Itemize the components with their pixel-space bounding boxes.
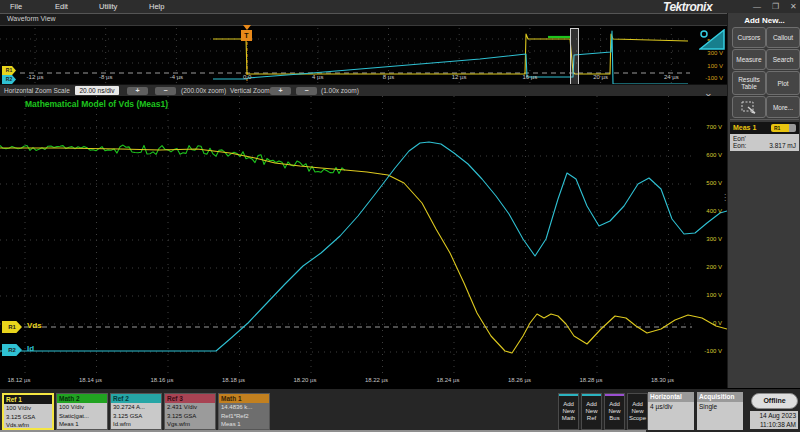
zoom-window-marker[interactable] — [570, 28, 579, 85]
results-table-button[interactable]: Results Table — [732, 71, 766, 95]
add-new-scope-button[interactable]: Add New Scope — [627, 393, 648, 430]
ref-color-stripe — [582, 394, 601, 396]
tektronix-logo: Tektronix — [663, 0, 712, 14]
add-new-bus-button[interactable]: Add New Bus — [604, 393, 625, 430]
overview-x-tick-label: 8 µs — [372, 74, 406, 80]
y-tick-label: 400 V — [696, 208, 722, 214]
ref1-line2: 3.125 GSA — [4, 413, 52, 422]
overview-x-tick-label: -8 µs — [89, 74, 123, 80]
h-zoom-factor: (200.00x zoom) — [181, 87, 226, 94]
y-tick-label: 300 V — [696, 236, 722, 242]
callout-button[interactable]: Callout — [766, 27, 800, 48]
sidebar: Add New... Cursors Callout Measure Searc… — [727, 13, 800, 388]
add-new-math-button[interactable]: Add New Math — [558, 393, 579, 430]
ref1-line3: Vds.wfm — [4, 421, 52, 430]
overview-x-tick-label: 24 µs — [654, 74, 688, 80]
v-zoom-minus-button[interactable]: − — [296, 87, 317, 95]
search-button[interactable]: Search — [766, 49, 800, 70]
tab-bar: Waveform View — [0, 14, 727, 25]
overview-x-tick-label: 16 µs — [513, 74, 547, 80]
math1-badge[interactable]: Math 1 14.4836 k... Ref1*Ref2 Meas 1 — [218, 393, 270, 430]
x-tick-label: 18.24 µs — [428, 377, 468, 383]
y-tick-label: 0 V — [696, 320, 722, 326]
menu-help[interactable]: Help — [149, 2, 164, 11]
math1-line1: 14.4836 k... — [219, 403, 269, 412]
meas1-title: Meas 1 — [733, 124, 756, 131]
math1-line3: Meas 1 — [219, 420, 269, 429]
h-zoom-plus-button[interactable]: + — [127, 87, 148, 95]
y-tick-label: -100 V — [696, 348, 722, 354]
trigger-badge[interactable]: T — [241, 30, 252, 41]
ref3-line3: Vgs.wfm — [165, 420, 215, 429]
meas1-row2: Eon: 3.817 mJ — [733, 142, 796, 149]
overview-x-tick-label: 20 µs — [584, 74, 618, 80]
main-waveform-canvas — [0, 96, 727, 374]
waveform-overview: T R1 R2 -12 µs-8 µs-4 µs0.04 µs8 µs12 µs… — [0, 25, 727, 85]
restore-icon[interactable]: ❐ — [772, 2, 779, 11]
math1-line2: Ref1*Ref2 — [219, 412, 269, 421]
tekscope-window: File Edit Utility Help Tektronix — ❐ ✕ W… — [0, 0, 800, 432]
math1-badge-title: Math 1 — [219, 394, 269, 403]
x-tick-label: 18.22 µs — [357, 377, 397, 383]
overview-v-tick-label: -100 V — [697, 75, 723, 81]
y-tick-label: 100 V — [696, 292, 722, 298]
overview-x-tick-label: -4 µs — [159, 74, 193, 80]
offline-button[interactable]: Offline — [751, 393, 798, 409]
plot-button[interactable]: Plot — [766, 71, 800, 95]
y-tick-label: 600 V — [696, 152, 722, 158]
menu-bar: File Edit Utility Help Tektronix — ❐ ✕ — [0, 0, 800, 14]
menu-utility[interactable]: Utility — [99, 2, 117, 11]
cursors-button[interactable]: Cursors — [732, 27, 766, 48]
more-button[interactable]: More... — [766, 96, 800, 118]
horizontal-title: Horizontal — [648, 392, 694, 402]
ref3-line2: 3.125 GSA — [165, 412, 215, 421]
vds-label: Vds — [27, 321, 42, 330]
plot-title: Mathematical Model of Vds (Meas1) — [25, 99, 168, 109]
menu-file[interactable]: File — [10, 2, 22, 11]
id-label: Id — [27, 344, 34, 353]
math2-badge[interactable]: Math 2 100 V/div Static|gat... Meas 1 — [56, 393, 108, 430]
v-zoom-plus-button[interactable]: + — [270, 87, 291, 95]
ref2-line3: Id.wfm — [111, 420, 161, 429]
ref1-line1: 100 V/div — [4, 404, 52, 413]
add-new-header: Add New... — [728, 16, 800, 25]
ref3-badge-title: Ref 3 — [165, 394, 215, 403]
meas1-row1: Eon' — [733, 135, 796, 142]
time-text: 11:10:38 AM — [750, 420, 796, 429]
y-tick-label: 500 V — [696, 180, 722, 186]
minimize-icon[interactable]: — — [753, 2, 761, 11]
draw-a-box-button[interactable] — [732, 96, 766, 118]
overview-vds-trace — [213, 34, 688, 74]
acquisition-panel[interactable]: Acquisition Single — [697, 392, 743, 430]
meas1-header: Meas 1 R1 — [730, 122, 799, 134]
main-waveform-view: Mathematical Model of Vds (Meas1) 700 V6… — [0, 96, 727, 374]
meas1-body: Eon' Eon: 3.817 mJ — [730, 134, 799, 151]
ref1-badge[interactable]: Ref 1 100 V/div 3.125 GSA Vds.wfm — [2, 393, 54, 430]
date-time-display: 14 Aug 2023 11:10:38 AM — [750, 411, 798, 429]
overview-v-tick-label: 300 V — [697, 50, 723, 56]
meas1-badge[interactable]: Meas 1 R1 Eon' Eon: 3.817 mJ — [730, 122, 799, 151]
horizontal-panel[interactable]: Horizontal 4 µs/div — [648, 392, 694, 430]
ref2-badge-title: Ref 2 — [111, 394, 161, 403]
add-new-ref-button[interactable]: Add New Ref — [581, 393, 602, 430]
ref2-badge[interactable]: Ref 2 30.2724 A... 3.125 GSA Id.wfm — [110, 393, 162, 430]
ref2-line1: 30.2724 A... — [111, 403, 161, 412]
meas1-source-badge: R1 — [771, 124, 796, 132]
horizontal-zoom-scale-value[interactable]: 20.00 ns/div — [75, 86, 119, 95]
bus-color-stripe — [605, 394, 624, 396]
h-zoom-minus-button[interactable]: − — [155, 87, 176, 95]
x-tick-label: 18.30 µs — [643, 377, 683, 383]
close-icon[interactable]: ✕ — [790, 2, 797, 11]
x-tick-label: 18.16 µs — [142, 377, 182, 383]
meas1-row2-label: Eon: — [733, 142, 746, 149]
measure-button[interactable]: Measure — [732, 49, 766, 70]
menu-edit[interactable]: Edit — [55, 2, 68, 11]
meas1-row2-value: 3.817 mJ — [769, 142, 796, 149]
tab-waveform-view[interactable]: Waveform View — [7, 15, 56, 22]
y-tick-label: 200 V — [696, 264, 722, 270]
math2-line2: Static|gat... — [57, 412, 107, 421]
zoom-overview-icon[interactable] — [699, 29, 725, 51]
ref3-badge[interactable]: Ref 3 2.431 V/div 3.125 GSA Vgs.wfm — [164, 393, 216, 430]
acquisition-title: Acquisition — [697, 392, 743, 402]
vertical-zoom-label: Vertical Zoom — [230, 87, 270, 94]
